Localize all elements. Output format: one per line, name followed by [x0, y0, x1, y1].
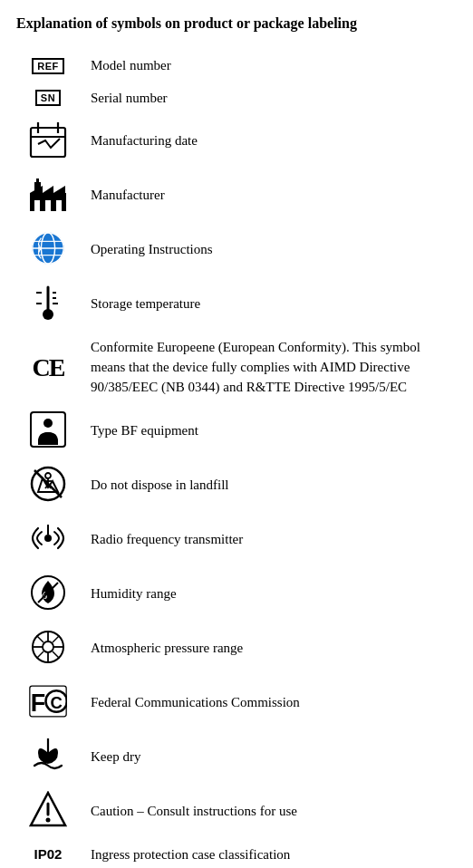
operating-instructions-description: Operating Instructions [80, 223, 457, 277]
symbols-table: REFModel numberSNSerial number Manufactu… [16, 50, 457, 868]
svg-text:F: F [31, 689, 45, 716]
atmospheric-icon [29, 628, 67, 666]
ce-mark-icon-cell: CE [16, 332, 80, 403]
svg-rect-0 [31, 128, 65, 157]
page-heading: Explanation of symbols on product or pac… [16, 14, 457, 34]
manufacturing-date-icon [29, 121, 67, 159]
table-row: Storage temperature [16, 277, 457, 332]
landfill-icon-cell [16, 458, 80, 513]
table-row: SNSerial number [16, 82, 457, 115]
model-number-description: Model number [80, 50, 457, 82]
svg-text:C: C [51, 692, 63, 711]
caution-icon-cell [16, 785, 80, 839]
storage-temperature-icon-cell [16, 277, 80, 332]
table-row: % Humidity range [16, 567, 457, 622]
ce-mark-icon: CE [33, 353, 64, 381]
svg-point-42 [43, 641, 53, 652]
operating-instructions-icon-cell: i [16, 223, 80, 277]
model-number-icon-cell: REF [16, 50, 80, 82]
model-number-icon: REF [32, 58, 64, 74]
ip02-icon: IP02 [34, 846, 63, 862]
table-row: Atmospheric pressure range [16, 622, 457, 676]
rf-transmitter-icon [29, 519, 67, 557]
table-row: Do not dispose in landfill [16, 458, 457, 513]
serial-number-icon: SN [35, 90, 61, 106]
svg-point-31 [45, 473, 51, 478]
svg-rect-11 [34, 182, 41, 195]
svg-rect-12 [36, 178, 39, 184]
landfill-icon [29, 465, 67, 503]
table-row: CEConformite Europeene (European Conform… [16, 332, 457, 403]
landfill-description: Do not dispose in landfill [80, 458, 457, 513]
table-row: Manufacturing date [16, 114, 457, 169]
manufacturing-date-icon-cell [16, 114, 80, 169]
svg-rect-8 [34, 200, 40, 211]
svg-point-21 [43, 309, 53, 320]
svg-point-28 [43, 419, 53, 428]
rf-transmitter-description: Radio frequency transmitter [80, 513, 457, 567]
svg-marker-7 [53, 186, 65, 193]
fcc-description: Federal Communications Commission [80, 676, 457, 730]
svg-rect-9 [45, 200, 51, 211]
svg-line-49 [53, 635, 60, 642]
svg-text:i: i [38, 243, 41, 254]
type-bf-icon-cell [16, 404, 80, 458]
serial-number-description: Serial number [80, 82, 457, 115]
svg-line-47 [37, 635, 44, 642]
serial-number-icon-cell: SN [16, 82, 80, 115]
table-row: i Operating Instructions [16, 223, 457, 277]
humidity-icon-cell: % [16, 567, 80, 622]
keep-dry-description: Keep dry [80, 730, 457, 785]
type-bf-icon [29, 410, 67, 448]
svg-line-48 [53, 651, 60, 659]
storage-temperature-icon [29, 284, 67, 322]
table-row: Radio frequency transmitter [16, 513, 457, 567]
atmospheric-icon-cell [16, 622, 80, 676]
svg-rect-10 [56, 200, 62, 211]
manufacturing-date-description: Manufacturing date [80, 114, 457, 169]
fcc-icon-cell: F C [16, 676, 80, 730]
svg-line-50 [37, 651, 44, 659]
table-row: REFModel number [16, 50, 457, 82]
table-row: IP02Ingress protection case classificati… [16, 839, 457, 868]
table-row: Type BF equipment [16, 404, 457, 458]
keep-dry-icon [29, 737, 67, 775]
caution-icon [29, 791, 67, 829]
ip02-description: Ingress protection case classification [80, 839, 457, 868]
humidity-icon: % [29, 574, 67, 612]
ce-mark-description: Conformite Europeene (European Conformit… [80, 332, 457, 403]
rf-transmitter-icon-cell [16, 513, 80, 567]
manufacturer-icon [29, 175, 67, 213]
table-row: F C Federal Communications Commission [16, 676, 457, 730]
table-row: Manufacturer [16, 169, 457, 223]
caution-description: Caution – Consult instructions for use [80, 785, 457, 839]
ip02-icon-cell: IP02 [16, 839, 80, 868]
table-row: Keep dry [16, 730, 457, 785]
svg-point-58 [46, 817, 51, 822]
operating-instructions-icon: i [29, 229, 67, 267]
table-row: Caution – Consult instructions for use [16, 785, 457, 839]
storage-temperature-description: Storage temperature [80, 277, 457, 332]
type-bf-description: Type BF equipment [80, 404, 457, 458]
atmospheric-description: Atmospheric pressure range [80, 622, 457, 676]
humidity-description: Humidity range [80, 567, 457, 622]
manufacturer-icon-cell [16, 169, 80, 223]
keep-dry-icon-cell [16, 730, 80, 785]
svg-point-36 [44, 535, 52, 542]
manufacturer-description: Manufacturer [80, 169, 457, 223]
svg-marker-6 [43, 186, 53, 193]
fcc-icon: F C [29, 682, 67, 720]
